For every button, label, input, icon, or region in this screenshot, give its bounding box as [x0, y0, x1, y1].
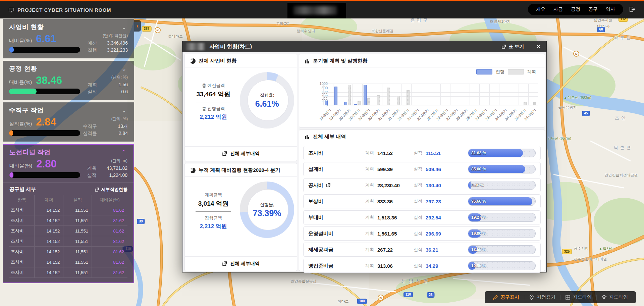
toggle-section-display[interactable]: 공구표시: [488, 291, 524, 303]
sidebar-collapse-button[interactable]: ‹: [134, 20, 141, 32]
cell-ratio: 81.62: [92, 215, 127, 226]
chevron-down-icon[interactable]: ⌄: [120, 66, 128, 71]
row-value: 3,346,496: [102, 40, 128, 46]
detail-label: 보상비: [308, 198, 365, 205]
road-badge: 45: [582, 111, 590, 116]
legend-plan-swatch: [508, 69, 524, 74]
bar-group: [450, 84, 460, 105]
percent-label: 81.62 %: [471, 149, 486, 157]
road-badge: 100: [357, 299, 367, 304]
row-value: 43,721.82: [101, 165, 127, 171]
cumulative-detail-link[interactable]: 전체 세부내역: [185, 256, 297, 271]
svg-text:IC: IC: [575, 53, 578, 55]
total-detail-link[interactable]: 전체 세부내역: [185, 146, 297, 161]
bar-group: [528, 84, 538, 105]
section-detail-title: 공구별 세부: [9, 186, 36, 193]
percent-pill: 0.46 %: [468, 181, 536, 190]
detail-label: 제세공과금: [308, 247, 365, 253]
logout-icon: [629, 6, 636, 13]
table-view-button[interactable]: 표 보기: [501, 44, 524, 50]
chevron-up-icon[interactable]: ⌃: [120, 150, 127, 155]
table-row: 조사비14,15211,55181.62: [9, 257, 127, 267]
detail-label-text: 제세공과금: [308, 247, 333, 253]
map-label: 롯데마트: [168, 34, 183, 39]
panel-detail-list: 전체 세부 내역 조사비계획141.52실적115.5181.62 %설계비계획…: [299, 130, 545, 271]
percent-label: 19.27 %: [471, 213, 486, 221]
unit-label: (단위: m): [80, 158, 127, 164]
budget-label: 총 예산금액: [190, 83, 237, 89]
actual-key: 실적: [414, 166, 422, 172]
chevron-down-icon[interactable]: ⌄: [120, 108, 128, 113]
redacted-logo: [186, 43, 205, 50]
bar-group: [509, 84, 519, 105]
detail-rows: 조사비계획141.52실적115.5181.62 %설계비계획599.39실적5…: [299, 143, 545, 277]
nav-history[interactable]: 역사: [602, 5, 619, 14]
map-label: 광주종합버스터미널: [574, 257, 607, 262]
actual-key: 실적: [414, 263, 422, 269]
actual-key: 실적: [414, 182, 422, 188]
actual-value: 34.29: [426, 263, 458, 269]
nav-overview[interactable]: 개요: [533, 5, 549, 14]
detail-label-text: 보상비: [308, 198, 323, 205]
table-row: 조사비14,15211,55181.62: [9, 215, 127, 226]
chart-legend[interactable]: 집행 계획: [476, 69, 536, 75]
sidebar: 사업비 현황 ⌄ 대비율(%) 6.61 (단위: 백만원) 예산3,346,4…: [3, 19, 134, 286]
exec-value: 2,212 억원: [190, 113, 237, 121]
svg-text:IC: IC: [380, 297, 382, 299]
row-value: 0.6: [102, 89, 128, 95]
toggle-map-layers[interactable]: 지도타임: [597, 291, 633, 303]
nav-funds[interactable]: 자금: [550, 5, 566, 14]
bar-plan: [524, 102, 527, 105]
card-title: 공정 현황: [9, 64, 37, 73]
cell-plan: 14,152: [35, 205, 63, 215]
bar-plan: [358, 101, 361, 105]
toggle-point-marker[interactable]: 지점표기: [524, 291, 560, 303]
bar-group: [372, 84, 382, 105]
road-badge: 110: [404, 292, 413, 297]
cost-chart-modal: 사업비 현황(차트) 표 보기 ✕ 전체 사업비 현황 총 예산금액 33,46…: [182, 41, 547, 272]
nav-process[interactable]: 공정: [568, 5, 584, 14]
plan-label: 계획금액: [190, 192, 237, 198]
close-icon[interactable]: ✕: [534, 43, 543, 50]
collapse-icon: ‹: [137, 22, 139, 30]
map-label: 경안천습지생태공원: [605, 173, 638, 178]
bar-group: [440, 84, 450, 105]
map-label: 태릉제1단지: [490, 19, 511, 24]
chevron-down-icon[interactable]: ⌄: [120, 24, 128, 30]
logout-button[interactable]: [627, 4, 637, 14]
card-shaft-work: 수직구 작업 ⌄ 실적률(%) 2.84 (단위: %) 수직구13개 실적률2…: [3, 102, 134, 142]
actual-value: 509.46: [426, 166, 458, 172]
metric-label: 대비율(%): [9, 163, 32, 169]
cell-ratio: 81.62: [92, 267, 127, 278]
nav-section[interactable]: 공구: [585, 5, 601, 14]
actual-value: 292.54: [426, 215, 458, 220]
panel-title: 누적 계획 대비집행 현황2020-4 분기: [199, 167, 280, 173]
external-link-icon[interactable]: [326, 183, 331, 188]
detail-work-status-link[interactable]: 세부작업현황: [95, 187, 127, 193]
cell-actual: 11,551: [63, 215, 92, 226]
actual-value: 797.23: [426, 199, 458, 204]
col-plan: 계획: [35, 195, 63, 205]
plan-key: 계획: [365, 198, 374, 204]
panel-title: 분기별 계획 및 실행현황: [313, 58, 368, 64]
cell-plan: 14,152: [35, 226, 63, 236]
map-label: ▲예봉산 (683m): [564, 95, 591, 100]
bar-group: [411, 84, 421, 105]
modal-title: 사업비 현황(차트): [209, 43, 497, 50]
detail-row: 영업준비금계획313.06실적34.2910.95 %: [303, 259, 541, 273]
progress-bar: [9, 130, 80, 136]
external-link-icon: [222, 261, 227, 266]
cell-ratio: 81.62: [92, 257, 127, 267]
toggle-map-grid[interactable]: 지도타임: [560, 291, 596, 303]
actual-key: 실적: [414, 214, 422, 220]
map-label: ▲칠사산: [599, 246, 614, 251]
cell-item: 조사비: [9, 236, 35, 247]
detail-label: 공사비: [308, 182, 365, 189]
bar-group: [470, 84, 479, 105]
road-badge: 60: [597, 27, 605, 32]
road-badge: 325: [562, 249, 572, 254]
unit-label: (단위: 백만원): [80, 33, 128, 39]
detail-row: 제세공과금계획267.22실적36.2113.55 %: [303, 243, 541, 257]
actual-key: 실적: [414, 231, 422, 237]
map-label: 팔당유원지: [558, 105, 577, 110]
